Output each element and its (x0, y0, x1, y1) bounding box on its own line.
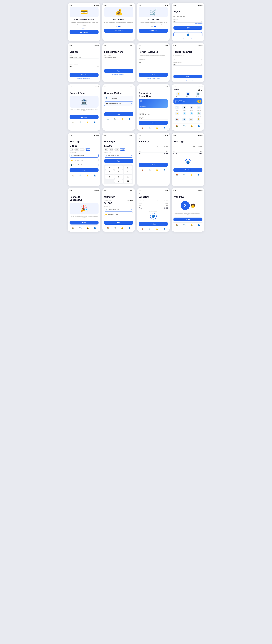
password-field[interactable]: •••••• (174, 21, 201, 22)
key-backspace[interactable]: ⌫ (124, 180, 132, 183)
payment-other[interactable]: 📱 Use from Other Resource (70, 163, 98, 167)
next-button[interactable]: Next (174, 74, 202, 78)
key-8[interactable]: 8TUV (114, 175, 123, 179)
search-nav-icon[interactable]: 🔍 (148, 169, 151, 171)
signin-link-text[interactable]: Sign In (88, 78, 92, 79)
bell-nav-icon[interactable]: 🔔 (190, 174, 193, 176)
back-button[interactable]: ← (174, 192, 176, 195)
payment-credit[interactable]: 💳 Credit Card **** 8999 (70, 158, 98, 162)
bill-service[interactable]: 📄Bill (175, 106, 179, 111)
back-button[interactable]: ← (139, 192, 141, 195)
key-2[interactable]: 2ABC (114, 166, 123, 170)
expiry-value[interactable]: 02/22 (139, 118, 168, 120)
get-started-button[interactable]: Get Started (139, 29, 168, 33)
get-started-button[interactable]: Get Started (104, 29, 133, 33)
amount-100[interactable]: $ 100 (74, 148, 79, 150)
search-nav-icon[interactable]: 🔍 (79, 121, 82, 124)
movie-service[interactable]: 🎬Movie (190, 106, 193, 111)
home-nav-icon[interactable]: 🏠 (142, 228, 144, 230)
next-button[interactable]: Next (70, 168, 98, 172)
card-number-value[interactable]: 4221 5100 4541 1227 (139, 114, 168, 116)
plane-service[interactable]: ✈️Plane (182, 118, 186, 122)
payment-bank[interactable]: 🏦 Bank Account **** 8789 ✓ (104, 208, 133, 212)
withdraw-amount[interactable]: $ 1000 (104, 202, 133, 205)
train-service[interactable]: 🚂Train (175, 118, 179, 122)
confirm-button[interactable]: Confirm (174, 168, 202, 172)
bell-nav-icon[interactable]: 🔔 (156, 127, 158, 129)
person-nav-icon[interactable]: 👤 (128, 118, 130, 120)
mobile-service[interactable]: 📱Mobile (182, 106, 186, 111)
back-button[interactable]: ← (174, 137, 176, 139)
amount-1000[interactable]: $ 1000 (120, 148, 125, 150)
person-nav-icon[interactable]: 👤 (198, 224, 200, 226)
home-nav-icon[interactable]: 🏠 (72, 174, 74, 176)
home-nav-icon[interactable]: 🏠 (72, 227, 74, 229)
home-button[interactable]: Home (174, 218, 202, 222)
home-nav-icon[interactable]: 🏠 (176, 224, 178, 226)
bell-nav-icon[interactable]: 🔔 (190, 125, 193, 127)
search-nav-icon[interactable]: 🔍 (114, 227, 116, 229)
back-button[interactable]: ← (139, 88, 141, 91)
key-5[interactable]: 5JKL (114, 170, 123, 174)
back-button[interactable]: ← (139, 48, 141, 50)
back-button[interactable]: ← (139, 137, 141, 139)
signin-link-text[interactable]: Sign In (192, 80, 194, 81)
water-service[interactable]: 💧Water (182, 112, 186, 116)
food-service[interactable]: 🍔Food Order (196, 118, 201, 122)
search-nav-icon[interactable]: 🔍 (183, 125, 186, 127)
eye-icon[interactable]: 👁 (201, 59, 202, 60)
person-nav-icon[interactable]: 👤 (198, 125, 200, 127)
forgot-password-link[interactable]: Forgot password? (174, 23, 202, 24)
person-nav-icon[interactable]: 👤 (163, 127, 165, 129)
home-nav-icon[interactable]: 🏠 (107, 227, 109, 229)
withdraw-action[interactable]: 🏧 Withdraw (186, 92, 190, 97)
person-nav-icon[interactable]: 👤 (198, 174, 200, 176)
email-field[interactable]: billpaxton@gmail.com (104, 56, 133, 59)
bell-nav-icon[interactable]: 🔔 (121, 118, 124, 120)
insurance-service[interactable]: 🛡️Insurance (197, 106, 201, 111)
done-button[interactable]: Done (139, 121, 168, 125)
bell-nav-icon[interactable]: 🔔 (156, 228, 158, 230)
next-button[interactable]: Next (104, 221, 133, 225)
recharge-amount[interactable]: $ 1000 (104, 144, 133, 147)
connect-button[interactable]: Connect (70, 115, 98, 119)
face-id-circle[interactable]: 🔵 (150, 213, 156, 220)
back-button[interactable]: ← (104, 137, 106, 139)
bell-nav-icon[interactable]: 🔔 (86, 174, 89, 176)
card-name-value[interactable]: Bill Paxton (139, 110, 168, 112)
back-button[interactable]: ← (174, 48, 176, 50)
bell-nav-icon[interactable]: 🔔 (190, 224, 193, 226)
home-nav-icon[interactable]: 🏠 (176, 174, 178, 176)
code-field[interactable]: 897222 (139, 61, 168, 64)
amount-10[interactable]: $ 10 (70, 148, 74, 150)
electricity-service[interactable]: ⚡Electricity (175, 112, 179, 116)
back-button[interactable]: ← (70, 48, 72, 50)
next-button[interactable]: Next (104, 159, 133, 163)
eye-icon[interactable]: 👁 (201, 21, 202, 22)
search-nav-icon[interactable]: 🔍 (79, 174, 82, 176)
search-nav-icon[interactable]: 🔍 (148, 228, 151, 230)
internet-service[interactable]: 🌐Internet (190, 112, 193, 116)
get-started-button[interactable]: Get Started (70, 30, 98, 34)
search-nav-icon[interactable]: 🔍 (183, 174, 186, 176)
scan-icon[interactable]: ⊡ (201, 88, 202, 91)
home-nav-icon[interactable]: 🏠 (107, 118, 109, 120)
back-button[interactable]: ← (104, 48, 106, 50)
home-nav-icon[interactable]: 🏠 (72, 121, 74, 124)
key-7[interactable]: 7PQRS (105, 175, 114, 179)
amount-100[interactable]: $ 100 (109, 148, 114, 150)
next-button[interactable]: Next (139, 73, 168, 77)
home-button[interactable]: Home (70, 221, 98, 224)
bell-nav-icon[interactable]: 🔔 (86, 121, 89, 124)
new-password-field[interactable]: •••••• (174, 59, 201, 60)
search-nav-icon[interactable]: 🔍 (79, 227, 82, 229)
hotel-service[interactable]: 🏨Hotel (189, 118, 193, 122)
person-nav-icon[interactable]: 👤 (94, 121, 96, 124)
next-button[interactable]: Next (104, 69, 133, 73)
search-nav-icon[interactable]: 🔍 (148, 127, 151, 129)
person-nav-icon[interactable]: 👤 (94, 174, 96, 176)
payment-credit[interactable]: 💳 Credit Card **** 8999 (104, 212, 133, 216)
back-button[interactable]: ← (70, 137, 72, 139)
key-0[interactable]: 0 (114, 180, 123, 183)
back-button[interactable]: ← (174, 7, 176, 9)
